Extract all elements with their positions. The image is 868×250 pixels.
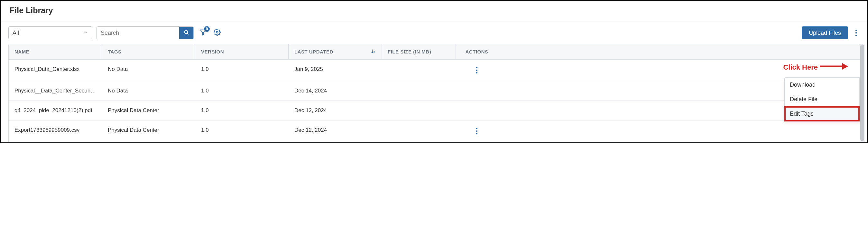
cell-size — [382, 120, 456, 142]
cell-size — [382, 60, 456, 81]
row-actions-menu[interactable] — [473, 66, 480, 75]
svg-point-5 — [856, 32, 857, 33]
row-actions-menu[interactable] — [473, 127, 480, 135]
svg-point-3 — [216, 31, 218, 33]
cell-tags: No Data — [102, 60, 195, 81]
scrollbar-thumb[interactable] — [860, 45, 864, 141]
svg-point-16 — [476, 133, 477, 134]
column-name[interactable]: NAME — [9, 44, 102, 59]
row-context-menu: Download Delete File Edit Tags — [784, 77, 860, 121]
search-input-wrap — [96, 26, 194, 39]
filter-dropdown-value: All — [12, 30, 19, 36]
cell-version: 1.0 — [195, 101, 288, 120]
svg-point-15 — [476, 131, 477, 132]
filter-dropdown[interactable]: All — [8, 26, 92, 39]
svg-point-6 — [856, 35, 857, 36]
cell-version: 1.0 — [195, 120, 288, 142]
search-input[interactable] — [97, 27, 179, 39]
cell-tags: Physical Data Center — [102, 120, 195, 142]
upload-files-button[interactable]: Upload Files — [802, 26, 848, 39]
column-last-updated-label: LAST UPDATED — [294, 49, 333, 54]
cell-updated: Dec 12, 2024 — [288, 101, 382, 120]
svg-point-11 — [476, 67, 477, 68]
cell-size — [382, 81, 456, 101]
table-row: Physical__Data_Center_Security... No Dat… — [9, 81, 860, 101]
filter-button[interactable]: 0 — [198, 28, 208, 38]
cell-updated: Dec 12, 2024 — [288, 120, 382, 142]
table-row: q4_2024_pide_20241210(2).pdf Physical Da… — [9, 101, 860, 120]
table-header-row: NAME TAGS VERSION LAST UPDATED FILE SIZE… — [9, 44, 860, 60]
svg-point-4 — [856, 30, 857, 31]
page-title: File Library — [1, 1, 867, 22]
cell-version: 1.0 — [195, 81, 288, 101]
chevron-down-icon — [83, 30, 88, 36]
table-area: NAME TAGS VERSION LAST UPDATED FILE SIZE… — [1, 44, 867, 142]
settings-button[interactable] — [212, 28, 222, 38]
svg-point-12 — [476, 70, 477, 71]
cell-actions — [456, 60, 498, 81]
cell-name: Export1733989959009.csv — [9, 120, 102, 142]
menu-download[interactable]: Download — [785, 78, 859, 92]
file-table: NAME TAGS VERSION LAST UPDATED FILE SIZE… — [8, 44, 860, 142]
cell-name: q4_2024_pide_20241210(2).pdf — [9, 101, 102, 120]
table-row: Export1733989959009.csv Physical Data Ce… — [9, 120, 860, 142]
table-row: Physical_Data_Center.xlsx No Data 1.0 Ja… — [9, 60, 860, 81]
column-tags[interactable]: TAGS — [102, 44, 195, 59]
scrollbar-vertical[interactable] — [860, 44, 865, 142]
column-last-updated[interactable]: LAST UPDATED — [288, 44, 382, 59]
cell-actions — [456, 101, 498, 120]
cell-name: Physical_Data_Center.xlsx — [9, 60, 102, 81]
cell-actions — [456, 81, 498, 101]
cell-version: 1.0 — [195, 60, 288, 81]
menu-delete-file[interactable]: Delete File — [785, 92, 859, 107]
filter-badge: 0 — [204, 26, 210, 32]
column-actions: ACTIONS — [456, 44, 498, 59]
gear-icon — [214, 29, 221, 37]
menu-edit-tags[interactable]: Edit Tags — [785, 107, 859, 121]
toolbar-more-menu[interactable] — [852, 29, 860, 37]
column-file-size[interactable]: FILE SIZE (IN MB) — [382, 44, 456, 59]
cell-size — [382, 101, 456, 120]
cell-name: Physical__Data_Center_Security... — [9, 81, 102, 101]
toolbar: All 0 Upload Files — [1, 22, 867, 44]
cell-tags: No Data — [102, 81, 195, 101]
sort-desc-icon — [371, 49, 376, 55]
search-button[interactable] — [179, 27, 193, 39]
search-icon — [183, 29, 189, 37]
cell-actions — [456, 120, 498, 142]
svg-point-13 — [476, 72, 477, 74]
svg-point-14 — [476, 128, 477, 129]
cell-updated: Jan 9, 2025 — [288, 60, 382, 81]
cell-tags: Physical Data Center — [102, 101, 195, 120]
cell-updated: Dec 14, 2024 — [288, 81, 382, 101]
column-version[interactable]: VERSION — [195, 44, 288, 59]
svg-point-0 — [184, 30, 188, 34]
svg-line-1 — [187, 33, 189, 34]
